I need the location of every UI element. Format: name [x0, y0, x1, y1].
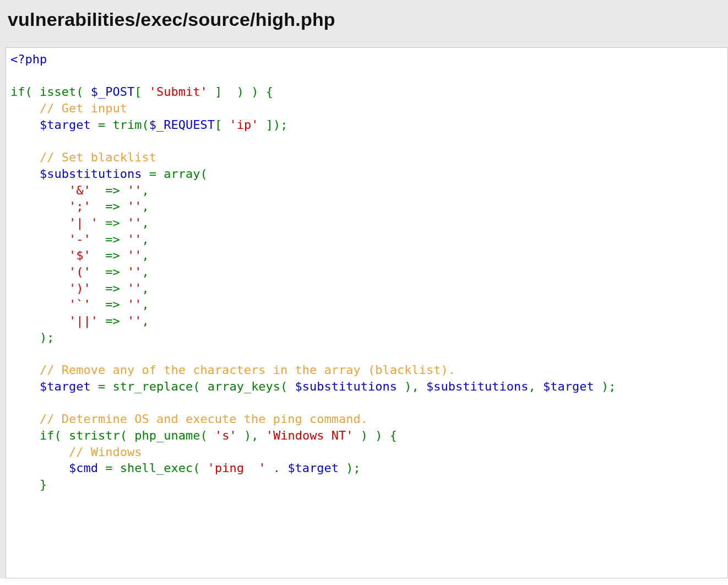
code-token: str_replace [112, 380, 193, 393]
code-token: array [164, 167, 200, 181]
code-token: ), [397, 380, 426, 393]
code-token: <?php [10, 52, 47, 66]
code-token: = [142, 167, 164, 181]
code-token: '$' [69, 248, 91, 262]
code-token: $cmd [69, 461, 98, 475]
code-token: => [91, 248, 127, 262]
code-token: '`' [69, 297, 91, 311]
code-token: 'Submit' [149, 85, 208, 99]
code-token: '(' [69, 265, 91, 279]
code-token: . [266, 461, 288, 475]
code-token: , [142, 248, 149, 262]
code-token: // Determine OS and execute the ping com… [40, 412, 368, 426]
code-token: '' [127, 297, 142, 311]
code-token: ]); [258, 118, 287, 132]
code-token: ( [200, 167, 207, 181]
code-token: , [142, 216, 149, 230]
code-token: $substitutions [40, 167, 142, 181]
code-token: } [40, 478, 47, 491]
code-token: ( [193, 380, 208, 393]
code-token: $_POST [91, 85, 134, 99]
code-token: => [91, 265, 127, 279]
code-token: ( [200, 429, 215, 442]
code-token: php_uname [134, 429, 200, 442]
code-token: // Get input [40, 101, 127, 115]
code-token: = [91, 118, 113, 132]
code-token: $substitutions [426, 380, 528, 393]
code-token: if [40, 429, 55, 442]
code-token: , [142, 183, 149, 197]
code-token: $_REQUEST [149, 118, 215, 132]
code-token: ), [237, 429, 266, 442]
code-token: '&' [69, 183, 91, 197]
code-token: , [142, 297, 149, 311]
code-token: '-' [69, 232, 91, 246]
code-token: $target [287, 461, 339, 475]
code-token: ( [120, 429, 135, 442]
code-token: => [98, 314, 127, 328]
code-token: isset [40, 85, 76, 99]
code-token: ); [40, 331, 55, 344]
code-token: [ [215, 118, 230, 132]
code-token: => [91, 297, 127, 311]
code-token: ';' [69, 199, 91, 213]
code-token: , [142, 232, 149, 246]
code-token: trim [112, 118, 142, 132]
code-token: => [91, 183, 127, 197]
code-token: // Windows [69, 445, 142, 459]
code-token: ( [54, 429, 69, 442]
code-token: ); [594, 380, 616, 393]
code-token: '' [127, 248, 142, 262]
code-token: 's' [215, 429, 237, 442]
code-token: 'Windows NT' [266, 429, 354, 442]
code-token: ) ) { [354, 429, 397, 442]
code-token: [ [134, 85, 149, 99]
code-token: 'ping ' [208, 461, 266, 475]
code-token: ] ) ) { [208, 85, 273, 99]
page-title: vulnerabilities/exec/source/high.php [8, 9, 720, 30]
code-token: // Remove any of the characters in the a… [40, 363, 455, 377]
code-token: , [142, 281, 149, 295]
code-token: ( [193, 461, 208, 475]
code-token: if [10, 85, 25, 99]
page-header: vulnerabilities/exec/source/high.php [0, 0, 728, 42]
code-token: = [91, 380, 113, 393]
code-token: $substitutions [295, 380, 397, 393]
code-token: '' [127, 314, 142, 328]
code-token: shell_exec [120, 461, 193, 475]
code-token: 'ip' [229, 118, 258, 132]
code-token: , [528, 380, 543, 393]
code-token: ); [339, 461, 361, 475]
code-token: // Set blacklist [40, 150, 156, 164]
code-token: $target [40, 118, 91, 132]
code-token: ( [280, 380, 295, 393]
code-token: ( [76, 85, 91, 99]
code-token: ')' [69, 281, 91, 295]
code-token: $target [543, 380, 594, 393]
code-token: ( [25, 85, 40, 99]
code-token: '' [127, 199, 142, 213]
code-token: , [142, 314, 149, 328]
code-token: '' [127, 265, 142, 279]
code-token: , [142, 199, 149, 213]
code-token: = [98, 461, 120, 475]
code-token: => [91, 281, 127, 295]
code-token: ( [142, 118, 149, 132]
code-token: '' [127, 216, 142, 230]
code-token: , [142, 265, 149, 279]
code-container: <?php if( isset( $_POST[ 'Submit' ] ) ) … [0, 42, 728, 578]
code-token: array_keys [208, 380, 280, 393]
code-token: $target [40, 380, 91, 393]
code-token: '| ' [69, 216, 98, 230]
code-token: '' [127, 232, 142, 246]
code-token: => [91, 232, 127, 246]
code-token: '' [127, 183, 142, 197]
code-token: => [91, 199, 127, 213]
code-token: stristr [69, 429, 120, 442]
code-token: '||' [69, 314, 98, 328]
code-token: => [98, 216, 127, 230]
code-token: '' [127, 281, 142, 295]
source-code-block[interactable]: <?php if( isset( $_POST[ 'Submit' ] ) ) … [6, 47, 728, 578]
